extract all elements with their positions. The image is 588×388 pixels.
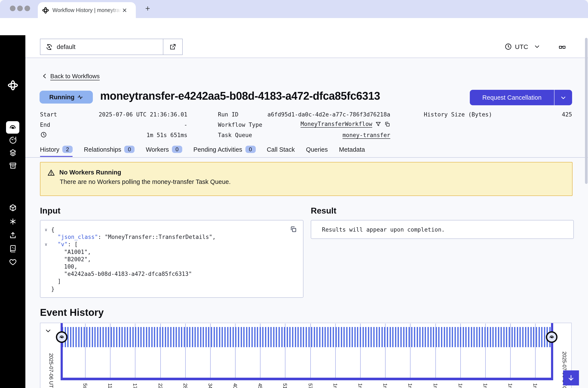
collapse-chevron-icon[interactable]: ∨	[45, 226, 47, 233]
chevron-down-icon	[560, 94, 566, 101]
axis-tick-label: 17s	[132, 383, 138, 388]
workflows-eye-icon	[549, 334, 555, 340]
heart-icon	[9, 258, 17, 266]
docs-book-icon	[9, 244, 17, 253]
sidebar-item-feedback[interactable]	[9, 258, 17, 266]
namespace-external-link-icon[interactable]	[163, 39, 182, 55]
tab-history[interactable]: History2	[40, 146, 73, 153]
sidebar-item-nexus[interactable]	[9, 218, 17, 226]
json-line: ]	[40, 278, 303, 285]
axis-tick-label: 1m	[358, 383, 363, 388]
result-card: Results will appear upon completion.	[311, 220, 574, 239]
temporal-logo-icon[interactable]	[7, 80, 18, 91]
layers-icon	[9, 149, 17, 157]
timeline-axis	[61, 378, 553, 380]
timeline-collapse-chevron-icon[interactable]	[45, 327, 51, 334]
window-minimize-button[interactable]	[17, 6, 23, 11]
axis-tick-label: 1m	[533, 383, 538, 388]
axis-tick-label: 1m	[458, 383, 463, 388]
sidebar-item-task-queues[interactable]	[9, 149, 17, 157]
start-value: 2025-07-06 UTC 21:36:36.01	[86, 111, 187, 118]
history-size-value: 425	[473, 111, 572, 118]
axis-tick-label: 1m	[433, 383, 438, 388]
workflow-execution-span[interactable]	[62, 327, 552, 347]
axis-tick-label: 1m	[383, 383, 388, 388]
tab-title: Workflow History | moneytran	[52, 7, 121, 13]
axis-tick-label: 5s	[82, 383, 88, 388]
input-card: ∨{ "json_class": "MoneyTransfer::Transfe…	[40, 220, 303, 298]
upload-icon	[9, 231, 17, 239]
workflow-tabs: History2 Relationships0 Workers0 Pending…	[40, 146, 365, 153]
running-pulse-icon	[78, 95, 83, 100]
back-to-workflows-link[interactable]: Back to Workflows	[42, 73, 100, 79]
duration-clock-icon	[40, 131, 47, 138]
task-queue-link[interactable]: money-transfer	[343, 132, 390, 138]
timeline-start-date: 2025-07-06 UTC 21:36:36.01	[48, 353, 54, 388]
scroll-to-bottom-button[interactable]	[563, 370, 579, 386]
window-close-button[interactable]	[10, 6, 16, 11]
axis-tick-label: 34s	[208, 383, 213, 388]
clock-icon	[505, 43, 512, 50]
request-cancellation-label[interactable]: Request Cancellation	[470, 90, 554, 105]
sidebar-item-docs[interactable]	[9, 244, 17, 253]
cancellation-menu-chevron[interactable]	[554, 90, 572, 105]
namespace-name: default	[57, 43, 75, 50]
tab-workers[interactable]: Workers0	[146, 146, 182, 153]
page-scrollbar[interactable]	[585, 38, 588, 184]
tab-call-stack[interactable]: Call Stack	[267, 146, 295, 153]
new-tab-button[interactable]: +	[145, 4, 150, 13]
event-history-heading: Event History	[40, 307, 104, 318]
json-line: "e4242aa5-b08d-4183-a472-dfca85fc6313"	[40, 270, 303, 278]
workflow-type-label: Workflow Type	[218, 121, 262, 128]
tabs-divider	[25, 157, 588, 158]
axis-tick-label: 1m	[408, 383, 413, 388]
tab-close-icon[interactable]: ✕	[122, 7, 127, 14]
axis-tick-label: 28s	[183, 383, 188, 388]
labs-glasses-icon[interactable]	[558, 43, 566, 51]
collapse-chevron-icon[interactable]: ∨	[45, 241, 47, 248]
namespace-icon	[46, 43, 53, 50]
copy-icon[interactable]	[384, 121, 390, 127]
request-cancellation-button[interactable]: Request Cancellation	[470, 90, 572, 105]
timezone-label: UTC	[515, 43, 528, 50]
workflows-eye-icon	[59, 334, 65, 340]
end-value: -	[86, 121, 187, 128]
json-line: ∨"v": [	[40, 241, 303, 248]
workflow-start-marker[interactable]	[56, 331, 68, 343]
axis-tick-label: 1m	[508, 383, 513, 388]
json-line: "json_class": "MoneyTransfer::TransferDe…	[40, 233, 303, 241]
window-zoom-button[interactable]	[24, 6, 30, 11]
end-label: End	[40, 121, 50, 128]
warning-title: No Workers Running	[59, 169, 121, 176]
workflows-eye-icon	[9, 123, 17, 131]
axis-tick-label: 57s	[308, 383, 313, 388]
timezone-selector[interactable]: UTC	[505, 43, 540, 50]
sidebar-item-import[interactable]	[9, 231, 17, 239]
namespace-selector[interactable]: default	[40, 39, 183, 55]
history-count-badge: 2	[62, 146, 73, 153]
cube-icon	[9, 204, 17, 212]
duration-value: 1m 51s 651ms	[86, 132, 187, 138]
workflow-type-link[interactable]: MoneyTransferWorkflow	[301, 121, 372, 127]
axis-tick-label: 40s	[233, 383, 238, 388]
tab-pending-activities[interactable]: Pending Activities0	[194, 146, 256, 153]
tab-relationships[interactable]: Relationships0	[84, 146, 135, 153]
tab-queries[interactable]: Queries	[306, 146, 328, 153]
sidebar-item-archive[interactable]	[9, 162, 17, 170]
status-badge[interactable]: Running	[40, 91, 93, 103]
filter-funnel-icon[interactable]	[375, 121, 381, 127]
favicon-temporal-logo-icon	[42, 7, 49, 14]
sidebar-item-deployments[interactable]	[9, 204, 17, 212]
sidebar-nav: 2.34.0	[0, 35, 25, 388]
browser-tab[interactable]: Workflow History | moneytran ✕	[38, 2, 136, 18]
sidebar-item-schedules[interactable]	[9, 136, 17, 144]
tab-metadata[interactable]: Metadata	[339, 146, 365, 153]
axis-tick-label: 45s	[257, 383, 263, 388]
workflow-end-marker[interactable]	[546, 331, 558, 343]
axis-tick-label: 22s	[158, 383, 163, 388]
axis-tick-label: 1m	[483, 383, 488, 388]
chevron-left-icon	[42, 73, 48, 79]
sidebar-item-workflows[interactable]	[6, 121, 19, 134]
run-id-label: Run ID	[218, 111, 238, 118]
input-json-viewer[interactable]: ∨{ "json_class": "MoneyTransfer::Transfe…	[40, 226, 303, 292]
